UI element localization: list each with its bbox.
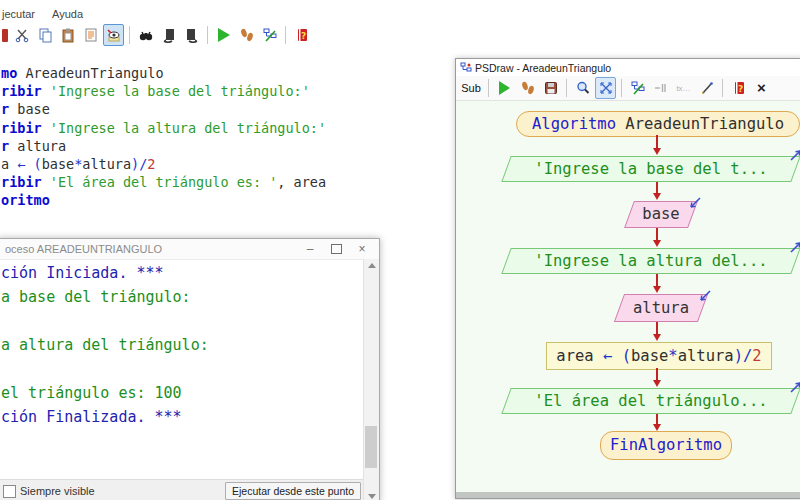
- scroll-down-icon[interactable]: [368, 494, 376, 499]
- text-line: ción Finalizada. ***: [1, 405, 363, 429]
- document-icon[interactable]: [80, 24, 101, 46]
- cut-icon[interactable]: [11, 24, 32, 46]
- write-pen-icon: [788, 239, 800, 255]
- flow-arrow: [656, 182, 658, 194]
- console-scrollbar[interactable]: [363, 259, 379, 500]
- save-icon[interactable]: [540, 77, 561, 99]
- menu-bar: jecutar Ayuda: [2, 6, 83, 22]
- flow-arrow: [656, 322, 658, 335]
- inspect-icon[interactable]: [103, 24, 124, 46]
- flow-arrow: [656, 228, 658, 241]
- svg-text:?: ?: [737, 84, 742, 94]
- run-from-point-button[interactable]: Ejecutar desde este punto: [225, 482, 361, 500]
- flowchart-process-node[interactable]: area ← (base*altura)/2: [546, 342, 772, 370]
- undo-page-icon[interactable]: [158, 24, 179, 46]
- flowchart-start-node[interactable]: Algoritmo AreadeunTriangulo: [516, 111, 800, 137]
- text-line: [1, 357, 363, 381]
- menu-ayuda[interactable]: Ayuda: [52, 8, 83, 20]
- toolbar-separator: [722, 79, 723, 97]
- draw-pen-icon[interactable]: [696, 77, 717, 99]
- write-pen-icon: [788, 379, 800, 395]
- text-line: mo AreadeunTriangulo: [1, 64, 326, 82]
- toolbar-separator: [129, 26, 130, 44]
- psdraw-title: PSDraw - AreadeunTriangulo: [475, 62, 611, 74]
- run-icon[interactable]: [494, 77, 515, 99]
- run-icon[interactable]: [213, 24, 234, 46]
- copy-icon[interactable]: [34, 24, 55, 46]
- maximize-button[interactable]: [323, 239, 349, 259]
- psdraw-app-icon: [460, 62, 472, 74]
- read-pen-icon: [687, 195, 703, 211]
- main-toolbar: ?: [0, 24, 312, 46]
- execution-window-titlebar[interactable]: oceso AREADEUNTRIANGULO – ×: [0, 239, 379, 260]
- svg-text:?: ?: [300, 31, 305, 41]
- help-icon[interactable]: ?: [291, 24, 312, 46]
- text-line: oritmo: [1, 191, 326, 209]
- always-visible-label: Siempre visible: [20, 485, 95, 497]
- text-disabled-icon: tx…: [673, 77, 694, 99]
- psdraw-bottom-edge: [456, 492, 800, 498]
- redo-page-icon[interactable]: [181, 24, 202, 46]
- toolbar-separator: [285, 26, 286, 44]
- execution-window-title: oceso AREADEUNTRIANGULO: [5, 243, 162, 255]
- find-icon[interactable]: [135, 24, 156, 46]
- flow-arrow: [656, 274, 658, 287]
- text-line: ribir 'Ingrese la altura del triángulo:': [1, 119, 326, 137]
- close-icon[interactable]: ×: [751, 77, 772, 99]
- text-line: a ← (base*altura)/2: [1, 155, 326, 173]
- toolbar-separator: [207, 26, 208, 44]
- toolbar-separator: [488, 79, 489, 97]
- step-icon[interactable]: [236, 24, 257, 46]
- help-icon[interactable]: ?: [728, 77, 749, 99]
- clipped-red-icon[interactable]: [0, 24, 9, 46]
- execution-window: oceso AREADEUNTRIANGULO – × ción Iniciad…: [0, 238, 380, 500]
- flow-arrow: [656, 414, 658, 425]
- menu-ejecutar[interactable]: jecutar: [2, 8, 35, 20]
- zoom-icon[interactable]: [572, 77, 593, 99]
- text-line: r altura: [1, 137, 326, 155]
- text-line: el triángulo es: 100: [1, 381, 363, 405]
- text-line: a base del triángulo:: [1, 285, 363, 309]
- flow-arrow: [656, 135, 658, 149]
- text-line: r base: [1, 100, 326, 118]
- text-line: [1, 309, 363, 333]
- flowchart-canvas[interactable]: Algoritmo AreadeunTriangulo 'Ingrese la …: [456, 101, 800, 492]
- close-button[interactable]: ×: [349, 239, 375, 259]
- psdraw-toolbar: Sub tx… ?: [456, 76, 800, 101]
- flowchart-input-node-2[interactable]: altura: [619, 294, 703, 322]
- flow-arrow: [656, 368, 658, 381]
- minimize-button[interactable]: –: [297, 239, 323, 259]
- scrollbar-thumb[interactable]: [365, 426, 377, 468]
- flowchart-end-node[interactable]: FinAlgoritmo: [600, 431, 732, 460]
- toolbar-separator: [621, 79, 622, 97]
- insert-disabled-icon: [650, 77, 671, 99]
- paste-icon[interactable]: [57, 24, 78, 46]
- sub-button[interactable]: Sub: [459, 77, 483, 99]
- flowchart-output-node-2[interactable]: 'Ingrese la altura del...: [506, 248, 796, 274]
- flowchart-input-node-1[interactable]: base: [629, 201, 693, 228]
- text-line: ción Iniciada. ***: [1, 261, 363, 285]
- step-icon[interactable]: [517, 77, 538, 99]
- fit-view-icon[interactable]: [595, 77, 616, 99]
- console-footer: Siempre visible Ejecutar desde este punt…: [0, 479, 364, 500]
- draw-flowchart-icon[interactable]: [259, 24, 280, 46]
- scroll-up-icon[interactable]: [368, 263, 376, 268]
- always-visible-checkbox[interactable]: [3, 485, 16, 498]
- console-output: ción Iniciada. ***a base del triángulo: …: [1, 261, 363, 477]
- read-pen-icon: [697, 288, 713, 304]
- psdraw-window: PSDraw - AreadeunTriangulo Sub tx…: [455, 58, 800, 499]
- write-pen-icon: [788, 147, 800, 163]
- psdraw-titlebar[interactable]: PSDraw - AreadeunTriangulo: [456, 59, 800, 76]
- text-line: ribir 'Ingrese la base del triángulo:': [1, 82, 326, 100]
- flowchart-output-node-1[interactable]: 'Ingrese la base del t...: [506, 156, 796, 182]
- toolbar-separator: [566, 79, 567, 97]
- flowchart-output-node-3[interactable]: 'El área del triángulo...: [506, 388, 796, 414]
- code-editor[interactable]: mo AreadeunTrianguloribir 'Ingrese la ba…: [1, 64, 326, 210]
- text-line: a altura del triángulo:: [1, 333, 363, 357]
- text-line: ribir 'El área del triángulo es: ', area: [1, 173, 326, 191]
- edit-flowchart-icon[interactable]: [627, 77, 648, 99]
